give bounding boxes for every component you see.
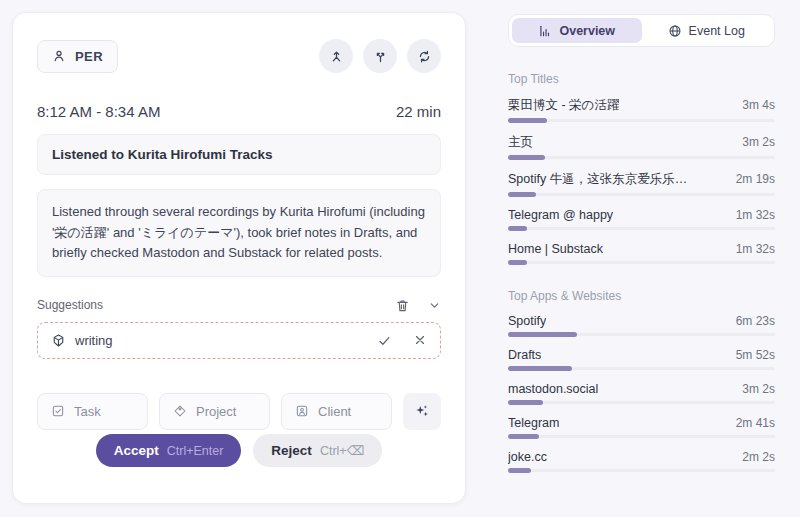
top-apps-section: Top Apps & Websites Spotify6m 23s Drafts… <box>508 289 775 472</box>
item-title: Spotify 牛逼，这张东京爱乐乐团的 CD，演奏 <box>508 171 696 188</box>
checkbox-icon <box>51 404 65 418</box>
client-button[interactable]: Client <box>281 393 392 430</box>
sparkles-icon <box>414 403 430 419</box>
tab-overview[interactable]: Overview <box>512 18 642 43</box>
progress-fill <box>508 192 536 197</box>
bar-chart-icon <box>538 24 552 38</box>
accept-label: Accept <box>114 443 159 458</box>
progress-fill <box>508 155 545 160</box>
progress-fill <box>508 366 572 371</box>
list-item: Telegram @ happy1m 32s <box>508 208 775 230</box>
person-icon <box>52 49 66 63</box>
accept-shortcut: Ctrl+Enter <box>167 444 224 458</box>
auto-suggest-button[interactable] <box>403 393 441 430</box>
tab-event-log-label: Event Log <box>689 24 745 38</box>
card-toolbar <box>319 39 441 73</box>
suggestions-header: Suggestions <box>37 298 441 313</box>
task-button[interactable]: Task <box>37 393 148 430</box>
item-duration: 6m 23s <box>736 314 775 328</box>
merge-button[interactable] <box>319 39 353 73</box>
list-item: 栗田博文 - 栄の活躍3m 4s <box>508 97 775 122</box>
item-title: 栗田博文 - 栄の活躍 <box>508 97 619 114</box>
progress-fill <box>508 400 543 405</box>
progress-fill <box>508 118 547 123</box>
list-item: Telegram2m 41s <box>508 416 775 438</box>
list-item: Spotify 牛逼，这张东京爱乐乐团的 CD，演奏2m 19s <box>508 171 775 196</box>
item-title: mastodon.social <box>508 382 598 396</box>
split-button[interactable] <box>363 39 397 73</box>
project-label: Project <box>196 404 236 419</box>
time-row: 8:12 AM - 8:34 AM 22 min <box>37 103 441 120</box>
progress-track <box>508 401 775 404</box>
globe-icon <box>668 24 682 38</box>
item-duration: 1m 32s <box>736 242 775 256</box>
list-item: Drafts5m 52s <box>508 348 775 370</box>
suggestion-label: writing <box>75 333 113 348</box>
item-duration: 1m 32s <box>736 208 775 222</box>
pricetag-icon <box>173 404 187 418</box>
task-label: Task <box>74 404 101 419</box>
accept-button[interactable]: Accept Ctrl+Enter <box>96 434 242 467</box>
list-item: mastodon.social3m 2s <box>508 382 775 404</box>
progress-fill <box>508 434 539 439</box>
session-card: PER 8:12 AM - 8:34 AM 22 min Listen <box>12 12 466 504</box>
delete-suggestions-button[interactable] <box>395 298 410 313</box>
description-field[interactable]: Listened through several recordings by K… <box>37 189 441 277</box>
progress-track <box>508 156 775 159</box>
progress-track <box>508 261 775 264</box>
item-title: Home | Substack <box>508 242 603 256</box>
progress-fill <box>508 468 531 473</box>
reject-shortcut: Ctrl+⌫ <box>320 443 364 458</box>
list-item: 主页3m 2s <box>508 134 775 159</box>
item-title: Drafts <box>508 348 541 362</box>
progress-track <box>508 193 775 196</box>
merge-icon <box>329 49 344 64</box>
client-label: Client <box>318 404 351 419</box>
item-title: Telegram @ happy <box>508 208 613 222</box>
progress-fill <box>508 332 577 337</box>
item-duration: 2m 2s <box>742 450 775 464</box>
section-header: Top Apps & Websites <box>508 289 775 303</box>
item-duration: 5m 52s <box>736 348 775 362</box>
suggestion-item[interactable]: writing <box>37 322 441 359</box>
item-duration: 3m 2s <box>742 382 775 396</box>
time-range: 8:12 AM - 8:34 AM <box>37 103 160 120</box>
progress-track <box>508 469 775 472</box>
tab-event-log[interactable]: Event Log <box>642 18 772 43</box>
category-badge[interactable]: PER <box>37 40 118 73</box>
progress-fill <box>508 226 527 231</box>
project-button[interactable]: Project <box>159 393 270 430</box>
confirm-suggestion-button[interactable] <box>377 333 392 348</box>
item-title: joke.cc <box>508 450 547 464</box>
collapse-suggestions-button[interactable] <box>428 299 441 312</box>
progress-fill <box>508 260 527 265</box>
progress-track <box>508 333 775 336</box>
chevron-down-icon <box>428 299 441 312</box>
panel-tabs: Overview Event Log <box>508 14 775 47</box>
progress-track <box>508 227 775 230</box>
item-duration: 2m 19s <box>736 172 775 186</box>
duration: 22 min <box>396 103 441 120</box>
item-duration: 2m 41s <box>736 416 775 430</box>
list-item: Spotify6m 23s <box>508 314 775 336</box>
progress-track <box>508 119 775 122</box>
action-buttons: Accept Ctrl+Enter Reject Ctrl+⌫ <box>37 434 441 479</box>
tag-icon <box>51 333 66 348</box>
section-header: Top Titles <box>508 72 775 86</box>
list-item: Home | Substack1m 32s <box>508 242 775 264</box>
card-header: PER <box>37 39 441 73</box>
item-title: Telegram <box>508 416 559 430</box>
suggestions-label: Suggestions <box>37 298 103 312</box>
reject-button[interactable]: Reject Ctrl+⌫ <box>253 434 382 467</box>
category-label: PER <box>75 49 103 64</box>
item-duration: 3m 2s <box>742 135 775 149</box>
title-field[interactable]: Listened to Kurita Hirofumi Tracks <box>37 134 441 175</box>
item-title: Spotify <box>508 314 546 328</box>
split-icon <box>373 49 388 64</box>
refresh-button[interactable] <box>407 39 441 73</box>
close-icon <box>413 333 427 347</box>
refresh-icon <box>417 49 432 64</box>
reject-label: Reject <box>271 443 312 458</box>
dismiss-suggestion-button[interactable] <box>413 333 427 347</box>
progress-track <box>508 435 775 438</box>
